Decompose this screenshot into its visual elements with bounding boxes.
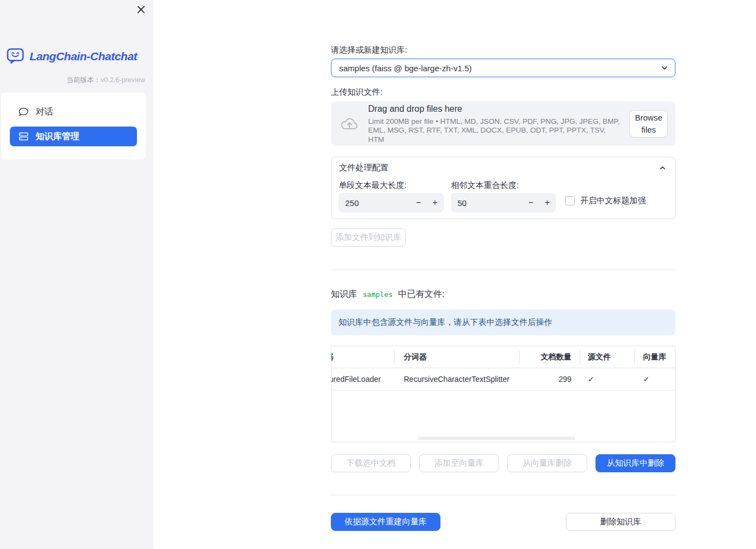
checkbox-label: 开启中文标题加强: [580, 196, 646, 206]
col-loader-header: 器: [331, 352, 394, 362]
dropzone-instructions: Drag and drop files here Limit 200MB per…: [368, 103, 621, 145]
kb-select-value: samples (faiss @ bge-large-zh-v1.5): [339, 64, 661, 73]
upload-label: 上传知识文件:: [331, 88, 675, 96]
chevron-up-icon: [659, 164, 666, 171]
horizontal-scrollbar[interactable]: [418, 437, 575, 440]
app-logo: LangChain-Chatchat: [7, 48, 137, 65]
overlap-decrement-button[interactable]: −: [523, 198, 539, 208]
divider: [331, 270, 675, 270]
rebuild-vector-store-button[interactable]: 依据源文件重建向量库: [331, 513, 440, 531]
kb-select-label: 请选择或新建知识库:: [331, 45, 675, 54]
kb-files-heading: 知识库 samples 中已有文件:: [331, 289, 675, 300]
col-source-file-header: 源文件: [580, 352, 634, 362]
kb-files-prefix: 知识库: [331, 289, 357, 300]
sidebar-item-label: 知识库管理: [36, 131, 79, 142]
column-separator: [580, 351, 580, 364]
cell-loader: uredFileLoader: [331, 375, 394, 384]
cell-splitter: RecursiveCharacterTextSplitter: [394, 375, 519, 384]
chunk-size-label: 单段文本最大长度:: [339, 181, 406, 189]
cell-doc-count: 299: [519, 375, 580, 384]
overlap-increment-button[interactable]: +: [539, 198, 556, 208]
expander-title: 文件处理配置: [339, 163, 659, 173]
column-separator: [394, 351, 394, 364]
info-banner-text: 知识库中包含源文件与向量库，请从下表中选择文件后操作: [339, 317, 552, 328]
add-to-vector-store-button[interactable]: 添加至向量库: [419, 454, 499, 472]
chunk-size-increment-button[interactable]: +: [426, 198, 444, 208]
overlap-label: 相邻文本重合长度:: [451, 181, 519, 189]
sidebar-item-dialogue[interactable]: 对话: [10, 102, 137, 122]
chunk-size-decrement-button[interactable]: −: [411, 198, 426, 208]
col-doc-count-header: 文档数量: [519, 352, 580, 362]
close-sidebar-icon[interactable]: [136, 4, 146, 14]
sidebar-menu: 对话 知识库管理: [1, 93, 146, 159]
kb-name-code: samples: [362, 290, 394, 299]
cell-vector-store-check: ✓: [634, 375, 675, 384]
main-area: 请选择或新建知识库: samples (faiss @ bge-large-zh…: [153, 0, 756, 549]
file-dropzone[interactable]: Drag and drop files here Limit 200MB per…: [331, 101, 675, 146]
overlap-value: 50: [451, 198, 523, 208]
logo-chat-smiley-icon: [7, 48, 25, 65]
hdd-stack-icon: [19, 131, 28, 141]
file-action-buttons: 下载选中文档 添加至向量库 从向量库删除 从知识库中删除: [331, 454, 675, 472]
chunk-size-input[interactable]: 250 − +: [339, 193, 444, 213]
expander-header[interactable]: 文件处理配置: [331, 157, 675, 178]
chevron-down-icon: [661, 64, 668, 72]
delete-kb-button[interactable]: 删除知识库: [566, 513, 675, 531]
cloud-upload-icon: [340, 115, 359, 133]
overlap-input[interactable]: 50 − +: [451, 193, 556, 213]
col-splitter-header: 分词器: [394, 352, 519, 362]
delete-from-kb-button[interactable]: 从知识库中删除: [595, 454, 675, 472]
kb-level-buttons: 依据源文件重建向量库 删除知识库: [331, 513, 675, 531]
version-label: 当前版本：: [66, 76, 101, 84]
col-vector-store-header: 向量库: [634, 352, 675, 362]
divider: [331, 495, 675, 495]
chunk-size-value: 250: [339, 198, 411, 208]
sidebar-item-label: 对话: [36, 106, 53, 118]
checkbox-box[interactable]: [565, 196, 575, 205]
version-value: v0.2.6-preview: [101, 76, 145, 84]
dropzone-limit-text: Limit 200MB per file • HTML, MD, JSON, C…: [368, 117, 621, 145]
sidebar: LangChain-Chatchat 当前版本：v0.2.6-preview 对…: [0, 0, 153, 549]
file-config-expander: 文件处理配置 单段文本最大长度: 相邻文本重合长度: 250 − + 50 − …: [331, 157, 675, 219]
dropzone-title: Drag and drop files here: [368, 103, 621, 115]
column-separator: [634, 351, 635, 364]
chat-bubble-icon: [19, 107, 28, 117]
version-info: 当前版本：v0.2.6-preview: [66, 76, 145, 85]
delete-from-vector-store-button[interactable]: 从向量库删除: [507, 454, 587, 472]
browse-files-button[interactable]: Browse files: [629, 110, 668, 138]
add-files-to-kb-button[interactable]: 添加文件到知识库: [331, 228, 406, 247]
app-title: LangChain-Chatchat: [30, 50, 137, 63]
column-separator: [519, 351, 520, 364]
kb-files-suffix: 中已有文件:: [398, 289, 444, 300]
cell-source-file-check: ✓: [580, 375, 634, 384]
kb-select[interactable]: samples (faiss @ bge-large-zh-v1.5): [331, 59, 675, 77]
sidebar-item-knowledge-base[interactable]: 知识库管理: [10, 127, 137, 146]
table-header-row: 器 分词器 文档数量 源文件 向量库: [331, 346, 675, 368]
info-banner: 知识库中包含源文件与向量库，请从下表中选择文件后操作: [331, 310, 675, 335]
table-row[interactable]: uredFileLoader RecursiveCharacterTextSpl…: [331, 368, 675, 391]
kb-files-table[interactable]: 器 分词器 文档数量 源文件 向量库 uredFileLoader Recurs…: [331, 346, 675, 442]
zh-title-enhance-checkbox[interactable]: 开启中文标题加强: [565, 196, 646, 206]
download-selected-button[interactable]: 下载选中文档: [331, 454, 411, 472]
